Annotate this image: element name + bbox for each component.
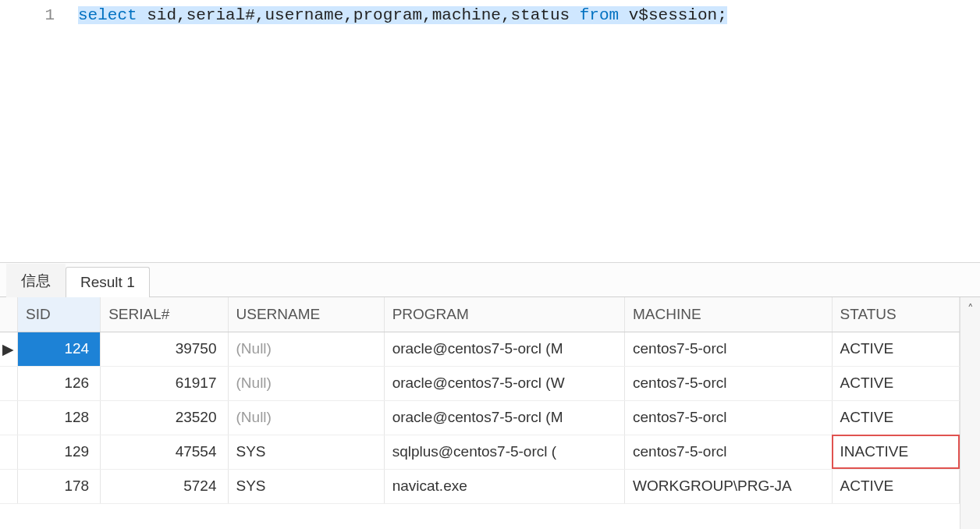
- cell-username[interactable]: SYS: [228, 435, 384, 469]
- result-grid[interactable]: SIDSERIAL#USERNAMEPROGRAMMACHINESTATUS▶1…: [0, 297, 960, 529]
- result-table[interactable]: SIDSERIAL#USERNAMEPROGRAMMACHINESTATUS▶1…: [0, 297, 960, 504]
- cell-program[interactable]: oracle@centos7-5-orcl (M: [384, 400, 624, 435]
- table-row[interactable]: 12823520(Null)oracle@centos7-5-orcl (Mce…: [0, 400, 960, 435]
- row-marker: [0, 435, 17, 469]
- column-header-status[interactable]: STATUS: [832, 297, 959, 332]
- row-marker-header: [0, 297, 17, 332]
- cell-username[interactable]: (Null): [228, 400, 384, 435]
- row-marker: [0, 366, 17, 400]
- cell-status[interactable]: ACTIVE: [832, 400, 959, 435]
- cell-program[interactable]: oracle@centos7-5-orcl (M: [384, 332, 624, 366]
- cell-program[interactable]: sqlplus@centos7-5-orcl (: [384, 435, 624, 469]
- cell-machine[interactable]: centos7-5-orcl: [625, 366, 833, 400]
- cell-serialnum[interactable]: 61917: [101, 366, 228, 400]
- cell-username[interactable]: SYS: [228, 469, 384, 503]
- sql-text: v$session;: [619, 6, 727, 24]
- cell-serialnum[interactable]: 23520: [101, 400, 228, 435]
- column-header-machine[interactable]: MACHINE: [625, 297, 833, 332]
- cell-sid[interactable]: 124: [17, 332, 100, 366]
- column-header-username[interactable]: USERNAME: [228, 297, 384, 332]
- result-panel: SIDSERIAL#USERNAMEPROGRAMMACHINESTATUS▶1…: [0, 297, 980, 529]
- sql-text: sid,serial#,username,program,machine,sta…: [137, 6, 580, 24]
- line-gutter: 1: [0, 0, 78, 262]
- cell-serialnum[interactable]: 39750: [101, 332, 228, 366]
- cell-sid[interactable]: 126: [17, 366, 100, 400]
- table-row[interactable]: 12661917(Null)oracle@centos7-5-orcl (Wce…: [0, 366, 960, 400]
- vertical-scrollbar[interactable]: ˄: [960, 297, 980, 529]
- line-number: 1: [44, 6, 55, 24]
- sql-editor[interactable]: 1 select sid,serial#,username,program,ma…: [0, 0, 980, 263]
- cell-machine[interactable]: centos7-5-orcl: [625, 435, 833, 469]
- table-row[interactable]: 1785724SYSnavicat.exeWORKGROUP\PRG-JAACT…: [0, 469, 960, 503]
- column-header-serialnum[interactable]: SERIAL#: [101, 297, 228, 332]
- column-header-sid[interactable]: SID: [17, 297, 100, 332]
- cell-program[interactable]: navicat.exe: [384, 469, 624, 503]
- sql-keyword: from: [580, 6, 619, 24]
- cell-status[interactable]: INACTIVE: [832, 435, 959, 469]
- row-marker: [0, 400, 17, 435]
- cell-machine[interactable]: centos7-5-orcl: [625, 400, 833, 435]
- sql-keyword: select: [78, 6, 137, 24]
- cell-program[interactable]: oracle@centos7-5-orcl (W: [384, 366, 624, 400]
- table-row[interactable]: 12947554SYSsqlplus@centos7-5-orcl (cento…: [0, 435, 960, 469]
- row-marker: [0, 469, 17, 503]
- cell-machine[interactable]: WORKGROUP\PRG-JA: [625, 469, 833, 503]
- scroll-up-icon[interactable]: ˄: [968, 302, 974, 316]
- cell-username[interactable]: (Null): [228, 366, 384, 400]
- cell-status[interactable]: ACTIVE: [832, 366, 959, 400]
- cell-username[interactable]: (Null): [228, 332, 384, 366]
- sql-code-area[interactable]: select sid,serial#,username,program,mach…: [78, 0, 980, 262]
- tab-info[interactable]: 信息: [6, 264, 66, 297]
- table-row[interactable]: ▶12439750(Null)oracle@centos7-5-orcl (Mc…: [0, 332, 960, 366]
- tab-result-1[interactable]: Result 1: [66, 267, 150, 297]
- cell-sid[interactable]: 128: [17, 400, 100, 435]
- row-marker: ▶: [0, 332, 17, 366]
- cell-serialnum[interactable]: 47554: [101, 435, 228, 469]
- cell-sid[interactable]: 178: [17, 469, 100, 503]
- cell-status[interactable]: ACTIVE: [832, 332, 959, 366]
- cell-machine[interactable]: centos7-5-orcl: [625, 332, 833, 366]
- cell-status[interactable]: ACTIVE: [832, 469, 959, 503]
- result-tabs: 信息Result 1: [0, 263, 980, 297]
- column-header-program[interactable]: PROGRAM: [384, 297, 624, 332]
- cell-sid[interactable]: 129: [17, 435, 100, 469]
- cell-serialnum[interactable]: 5724: [101, 469, 228, 503]
